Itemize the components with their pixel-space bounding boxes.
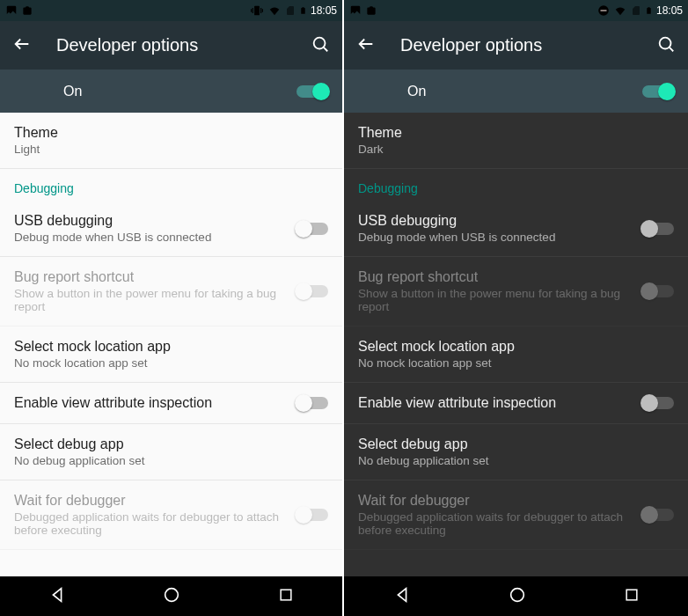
section-debugging: Debugging xyxy=(344,169,688,201)
bug-title: Bug report shortcut xyxy=(358,269,642,285)
debugapp-sub: No debug application set xyxy=(14,454,328,467)
nav-bar xyxy=(0,576,342,616)
row-usb-debugging[interactable]: USB debugging Debug mode when USB is con… xyxy=(344,201,688,257)
vibrate-icon xyxy=(250,4,264,17)
bug-sub: Show a button in the power menu for taki… xyxy=(14,287,296,313)
row-attr-inspect[interactable]: Enable view attribute inspection xyxy=(344,383,688,424)
svg-rect-4 xyxy=(600,10,606,11)
nav-bar xyxy=(344,576,688,616)
app-bar: Developer options xyxy=(0,21,342,70)
nav-recents-icon[interactable] xyxy=(623,586,640,607)
attr-switch[interactable] xyxy=(642,397,674,409)
usb-switch[interactable] xyxy=(296,223,328,235)
usb-title: USB debugging xyxy=(358,213,642,229)
wait-sub: Debugged application waits for debugger … xyxy=(358,510,642,537)
status-bar: 18:05 xyxy=(344,0,688,21)
wifi-icon xyxy=(613,4,627,17)
master-toggle-row[interactable]: On xyxy=(0,70,342,113)
sim-icon xyxy=(631,4,641,17)
wait-switch xyxy=(642,509,674,521)
wait-sub: Debugged application waits for debugger … xyxy=(14,510,296,537)
nav-home-icon[interactable] xyxy=(508,585,527,608)
search-icon[interactable] xyxy=(656,34,676,57)
mock-sub: No mock location app set xyxy=(358,356,674,370)
row-mock-location[interactable]: Select mock location app No mock locatio… xyxy=(0,326,342,383)
row-theme[interactable]: Theme Light xyxy=(0,113,342,169)
theme-value: Dark xyxy=(358,143,674,156)
svg-rect-2 xyxy=(281,590,291,600)
settings-list: Theme Light Debugging USB debugging Debu… xyxy=(0,113,342,576)
svg-point-6 xyxy=(510,588,523,601)
row-attr-inspect[interactable]: Enable view attribute inspection xyxy=(0,383,342,424)
shop-icon xyxy=(365,4,377,17)
nav-recents-icon[interactable] xyxy=(277,586,295,607)
theme-title: Theme xyxy=(14,125,328,141)
mock-title: Select mock location app xyxy=(14,339,328,355)
master-switch[interactable] xyxy=(642,85,674,98)
battery-icon xyxy=(645,4,653,17)
row-usb-debugging[interactable]: USB debugging Debug mode when USB is con… xyxy=(0,201,342,257)
svg-point-0 xyxy=(314,37,326,48)
row-bug-report: Bug report shortcut Show a button in the… xyxy=(0,257,342,326)
usb-sub: Debug mode when USB is connected xyxy=(14,231,296,244)
app-bar: Developer options xyxy=(344,21,688,70)
row-wait-debugger: Wait for debugger Debugged application w… xyxy=(0,480,342,550)
image-icon xyxy=(349,4,362,17)
master-toggle-label: On xyxy=(63,84,296,99)
debugapp-title: Select debug app xyxy=(358,436,674,452)
attr-title: Enable view attribute inspection xyxy=(358,395,642,411)
row-debug-app[interactable]: Select debug app No debug application se… xyxy=(344,424,688,480)
attr-title: Enable view attribute inspection xyxy=(14,395,296,411)
debugapp-title: Select debug app xyxy=(14,436,328,452)
section-debugging: Debugging xyxy=(0,169,342,201)
mock-title: Select mock location app xyxy=(358,339,674,355)
back-icon[interactable] xyxy=(12,34,32,57)
bug-sub: Show a button in the power menu for taki… xyxy=(358,287,642,313)
phone-light: 18:05 Developer options On Theme Light D… xyxy=(0,0,344,616)
master-switch[interactable] xyxy=(296,85,328,98)
page-title: Developer options xyxy=(56,35,311,55)
bug-switch xyxy=(296,285,328,297)
master-toggle-row[interactable]: On xyxy=(344,70,688,113)
wifi-icon xyxy=(267,4,282,17)
status-bar: 18:05 xyxy=(0,0,342,21)
nav-back-icon[interactable] xyxy=(48,585,67,608)
bug-switch xyxy=(642,285,674,297)
dnd-icon xyxy=(597,4,610,17)
row-wait-debugger: Wait for debugger Debugged application w… xyxy=(344,480,688,550)
wait-title: Wait for debugger xyxy=(358,493,642,509)
wait-title: Wait for debugger xyxy=(14,493,296,509)
battery-icon xyxy=(299,4,307,17)
svg-point-1 xyxy=(165,588,179,601)
page-title: Developer options xyxy=(400,35,656,55)
theme-title: Theme xyxy=(358,125,674,141)
svg-rect-7 xyxy=(626,590,637,600)
usb-sub: Debug mode when USB is connected xyxy=(358,231,642,244)
row-bug-report: Bug report shortcut Show a button in the… xyxy=(344,257,688,326)
usb-title: USB debugging xyxy=(14,213,296,229)
image-icon xyxy=(5,4,18,17)
usb-switch[interactable] xyxy=(642,223,674,235)
search-icon[interactable] xyxy=(311,34,330,57)
nav-home-icon[interactable] xyxy=(162,585,181,608)
row-debug-app[interactable]: Select debug app No debug application se… xyxy=(0,424,342,480)
clock: 18:05 xyxy=(656,4,683,17)
sim-icon xyxy=(285,4,296,17)
clock: 18:05 xyxy=(311,4,337,17)
shop-icon xyxy=(21,4,33,17)
row-mock-location[interactable]: Select mock location app No mock locatio… xyxy=(344,326,688,383)
bug-title: Bug report shortcut xyxy=(14,269,296,285)
theme-value: Light xyxy=(14,143,328,156)
svg-point-5 xyxy=(660,37,671,48)
debugapp-sub: No debug application set xyxy=(358,454,674,467)
row-theme[interactable]: Theme Dark xyxy=(344,113,688,169)
phone-dark: 18:05 Developer options On Theme Dark De… xyxy=(344,0,688,616)
master-toggle-label: On xyxy=(407,84,642,99)
back-icon[interactable] xyxy=(356,34,376,57)
wait-switch xyxy=(296,509,328,521)
settings-list: Theme Dark Debugging USB debugging Debug… xyxy=(344,113,688,576)
attr-switch[interactable] xyxy=(296,397,328,409)
nav-back-icon[interactable] xyxy=(392,585,412,608)
mock-sub: No mock location app set xyxy=(14,356,328,370)
